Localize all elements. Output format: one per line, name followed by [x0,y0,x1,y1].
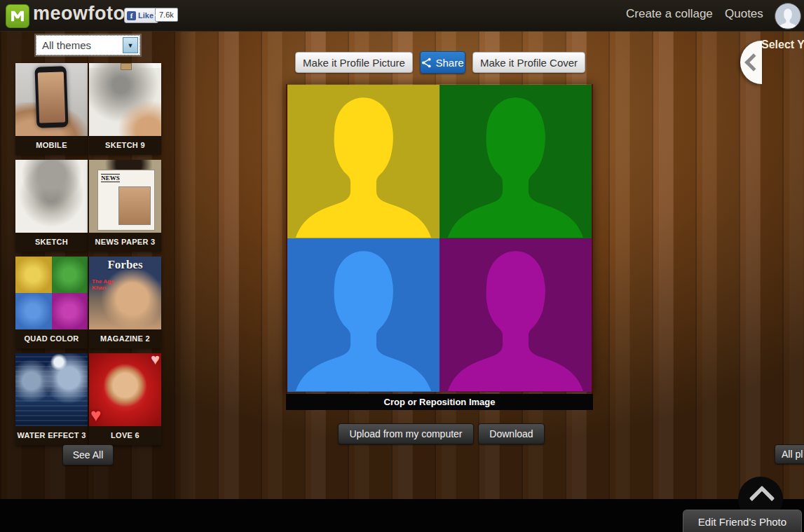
theme-thumb-watereffect3[interactable]: WATER EFFECT 3 [15,353,88,445]
like-count-badge: 7.6k [155,8,178,22]
make-profile-picture-button[interactable]: Make it Profile Picture [295,52,413,73]
phone-art [34,66,68,128]
sketch9-theme-art [89,63,161,136]
sketch-theme-art [15,160,88,233]
theme-thumb-newspaper3[interactable]: NEWS NEWS PAPER 3 [89,160,161,252]
newspaper-art: NEWS [97,170,154,231]
quadcolor-theme-art [15,257,88,329]
share-label: Share [435,57,463,69]
theme-thumb-sketch[interactable]: SKETCH [15,160,88,252]
nav-quotes[interactable]: Quotes [725,7,763,21]
newspaper-headline: NEWS [101,174,120,182]
quad-blue [15,293,52,329]
theme-filter-select[interactable]: All themes ▼ [36,35,140,55]
watereffect-theme-art [15,353,88,426]
make-profile-cover-button[interactable]: Make it Profile Cover [472,52,585,73]
quad-yellow [15,257,52,293]
brand-name[interactable]: meowfoto [33,3,125,25]
edit-friends-photo-button[interactable]: Edit Friend's Photo [683,510,802,532]
theme-thumb-sketch9[interactable]: SKETCH 9 [89,63,161,155]
heart-icon: ♥ [151,353,160,369]
theme-label: NEWS PAPER 3 [89,233,161,252]
share-icon [421,57,432,68]
theme-label: MAGAZINE 2 [89,329,161,348]
theme-label: SKETCH 9 [89,136,161,155]
quad-magenta [52,293,88,329]
person-icon [777,7,798,28]
theme-label: MOBILE [15,136,88,155]
share-button[interactable]: Share [420,51,465,74]
theme-thumb-quadcolor[interactable]: QUAD COLOR [15,257,88,348]
theme-label: SKETCH [15,233,88,252]
chevron-up-icon [749,486,775,512]
facebook-f-icon: f [127,11,136,20]
crop-reposition-button[interactable]: Crop or Reposition Image [286,394,593,410]
theme-thumb-magazine2[interactable]: Forbes The Age Khan MAGAZINE 2 [89,257,161,348]
meowfoto-logo-icon[interactable] [6,4,29,28]
dropdown-arrow-icon[interactable]: ▼ [123,37,138,53]
cat-m-glyph [8,7,27,25]
easel-clip-art [121,63,131,70]
newspaper-photo-art [118,186,151,225]
newspaper-theme-art: NEWS [89,160,161,233]
quadcolor-preview [287,84,592,393]
heart-icon: ♥ [90,404,101,426]
see-all-button[interactable]: See All [62,444,114,465]
theme-thumb-love6[interactable]: ♥ ♥ LOVE 6 [89,353,161,445]
top-bar: meowfoto f Like 7.6k Create a collage Qu… [0,0,804,32]
theme-label: QUAD COLOR [15,329,88,348]
select-photo-heading: Select Yo [761,39,804,51]
mobile-theme-art [15,63,88,136]
theme-thumb-mobile[interactable]: MOBILE [15,63,88,155]
chevron-left-icon [744,53,762,71]
theme-filter-value: All themes [36,39,123,51]
upload-button[interactable]: Upload from my computer [338,423,474,444]
magazine-masthead: Forbes [89,258,161,272]
quad-green [52,257,88,293]
magazine-coverline: The Age Khan [92,278,119,291]
all-photos-button[interactable]: All pl [775,444,804,464]
love-theme-art: ♥ ♥ [89,353,161,426]
photo-canvas[interactable] [286,84,593,394]
user-avatar[interactable] [775,3,801,29]
theme-label: WATER EFFECT 3 [15,426,88,445]
download-button[interactable]: Download [478,423,545,444]
page: meowfoto f Like 7.6k Create a collage Qu… [0,0,804,532]
like-label: Like [138,11,154,20]
magazine-theme-art: Forbes The Age Khan [89,257,161,329]
theme-label: LOVE 6 [89,426,161,445]
open-photo-panel-tab[interactable] [740,41,762,84]
nav-create-a-collage[interactable]: Create a collage [626,7,713,21]
